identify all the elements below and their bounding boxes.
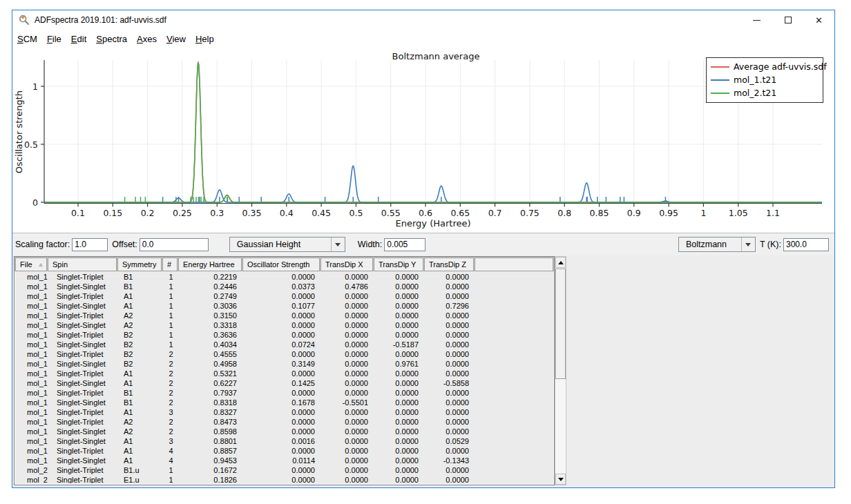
cell-transdip-y: 0.0000 [374, 378, 425, 388]
chevron-down-icon [741, 238, 755, 251]
table-row[interactable]: mol_1Singlet-TripletA140.88570.00000.000… [16, 446, 553, 456]
chart-title: Boltzmann average [392, 51, 480, 61]
svg-text:0.85: 0.85 [590, 208, 609, 218]
column-header-symmetry[interactable]: Symmetry [117, 258, 162, 271]
cell-oscillator-strength: 0.0373 [243, 282, 321, 291]
table-row[interactable]: mol_1Singlet-TripletB110.22190.00000.000… [16, 272, 553, 282]
cell-file: mol_1 [16, 311, 48, 320]
table-row[interactable]: mol_1Singlet-TripletB220.45550.00000.000… [16, 349, 553, 359]
menu-help[interactable]: Help [191, 31, 219, 47]
cell--: 2 [163, 398, 179, 407]
cell-spin: Singlet-Triplet [48, 311, 118, 320]
vertical-scrollbar[interactable] [555, 256, 566, 485]
offset-input[interactable] [140, 238, 209, 251]
width-input[interactable] [384, 238, 426, 251]
table-row[interactable]: mol_1Singlet-SingletB120.83180.1678-0.55… [16, 398, 553, 407]
cell-transdip-z: 0.0000 [425, 388, 475, 398]
cell--: 1 [163, 291, 179, 301]
scaling-factor-input[interactable] [72, 238, 108, 251]
menu-spectra[interactable]: Spectra [91, 31, 132, 47]
table-row[interactable]: mol_1Singlet-TripletA220.84730.00000.000… [16, 417, 553, 427]
cell--: 2 [163, 349, 179, 359]
cell-oscillator-strength: 0.0000 [243, 320, 321, 330]
table-row[interactable]: mol_1Singlet-TripletB120.79370.00000.000… [16, 388, 553, 398]
table-row[interactable]: mol_1Singlet-SingletA210.33180.00000.000… [16, 320, 553, 330]
cell-file: mol_1 [16, 359, 48, 369]
cell-transdip-x: 0.0000 [321, 340, 374, 349]
table-row[interactable]: mol_2Singlet-TripletE1.u10.18260.00000.0… [16, 475, 553, 483]
chevron-down-icon [331, 238, 345, 251]
cell--: 2 [163, 369, 179, 378]
legend-line-swatch [711, 79, 729, 81]
svg-text:0.45: 0.45 [312, 208, 331, 218]
cell--: 3 [163, 407, 179, 417]
table-row[interactable]: mol_1Singlet-SingletA220.85980.00000.000… [16, 427, 553, 436]
cell-spin: Singlet-Triplet [48, 388, 118, 398]
cell-transdip-x: 0.0000 [321, 272, 374, 282]
cell-file: mol_1 [16, 456, 48, 465]
menu-axes[interactable]: Axes [132, 31, 162, 47]
column-header-energy-hartree[interactable]: Energy Hartree [178, 258, 242, 271]
maximize-button[interactable] [772, 10, 803, 30]
temperature-label: T (K): [760, 240, 781, 249]
cell-transdip-x: 0.0000 [321, 456, 374, 465]
window-title: ADFspectra 2019.101: adf-uvvis.sdf [35, 15, 166, 25]
scrollbar-down-button[interactable] [555, 474, 566, 485]
table-row[interactable]: mol_1Singlet-SingletB210.40340.07240.000… [16, 340, 553, 349]
column-header-file[interactable]: File▲ [15, 258, 47, 271]
cell-transdip-z: 0.0000 [425, 465, 475, 475]
cell-energy-hartree: 0.3036 [179, 301, 243, 311]
cell-transdip-y: 0.0000 [374, 446, 425, 456]
cell--: 2 [163, 359, 179, 369]
temperature-input[interactable] [783, 238, 829, 251]
table-row[interactable]: mol_1Singlet-TripletA110.27490.00000.000… [16, 291, 553, 301]
average-mode-combobox[interactable]: Boltzmann [678, 237, 756, 252]
app-magnifier-icon [19, 14, 30, 26]
cell-symmetry: B1 [118, 398, 163, 407]
cell-oscillator-strength: 0.0000 [243, 291, 321, 301]
column-header--[interactable]: # [162, 258, 178, 271]
cell-transdip-y: 0.9761 [374, 359, 425, 369]
cell-spin: Singlet-Triplet [48, 446, 118, 456]
menu-edit[interactable]: Edit [66, 31, 91, 47]
cell-transdip-z: 0.0000 [425, 407, 475, 417]
cell-transdip-x: 0.0000 [321, 427, 374, 436]
cell-oscillator-strength: 0.0000 [243, 388, 321, 398]
menu-file[interactable]: File [42, 31, 66, 47]
table-row[interactable]: mol_1Singlet-SingletB220.49580.31490.000… [16, 359, 553, 369]
column-header-spin[interactable]: Spin [48, 258, 117, 271]
maximize-icon [785, 17, 792, 23]
table-row[interactable]: mol_1Singlet-TripletA120.53210.00000.000… [16, 369, 553, 378]
cell-oscillator-strength: 0.0000 [243, 446, 321, 456]
table-row[interactable]: mol_1Singlet-TripletA210.31500.00000.000… [16, 311, 553, 320]
table-row[interactable]: mol_1Singlet-TripletB210.36360.00000.000… [16, 330, 553, 340]
scrollbar-up-button[interactable] [555, 257, 566, 268]
column-header-transdip-z[interactable]: TransDip Z [424, 258, 474, 271]
table-row[interactable]: mol_2Singlet-TripletB1.u10.16720.00000.0… [16, 465, 553, 475]
scrollbar-thumb[interactable] [555, 269, 566, 379]
menu-scm[interactable]: SCM [12, 31, 42, 47]
table-row[interactable]: mol_1Singlet-SingletB110.24460.03730.478… [16, 282, 553, 291]
close-button[interactable]: ✕ [803, 10, 834, 30]
column-header-label: File [20, 260, 32, 269]
table-row[interactable]: mol_1Singlet-TripletA130.83270.00000.000… [16, 407, 553, 417]
column-header-transdip-x[interactable]: TransDip X [321, 258, 373, 271]
table-row[interactable]: mol_1Singlet-SingletA120.62270.14250.000… [16, 378, 553, 388]
table-row[interactable]: mol_1Singlet-SingletA110.30360.10770.000… [16, 301, 553, 311]
lineshape-combobox[interactable]: Gaussian Height [229, 237, 345, 252]
y-axis-label: Oscillator strength [14, 90, 24, 173]
table-row[interactable]: mol_1Singlet-SingletA140.94530.01140.000… [16, 456, 553, 465]
cell-file: mol_1 [16, 407, 48, 417]
cell-spin: Singlet-Triplet [48, 369, 118, 378]
cell-symmetry: A1 [118, 378, 163, 388]
table-row[interactable]: mol_1Singlet-SingletA130.88010.00160.000… [16, 436, 553, 446]
cell--: 1 [163, 272, 179, 282]
menu-view[interactable]: View [162, 31, 191, 47]
cell-file: mol_1 [16, 272, 48, 282]
minimize-button[interactable] [741, 10, 772, 30]
cell-oscillator-strength: 0.0000 [243, 407, 321, 417]
column-header-transdip-y[interactable]: TransDip Y [374, 258, 423, 271]
cell-energy-hartree: 0.8327 [179, 407, 243, 417]
cell-transdip-y: 0.0000 [374, 388, 425, 398]
column-header-oscillator-strength[interactable]: Oscillator Strength [242, 258, 320, 271]
